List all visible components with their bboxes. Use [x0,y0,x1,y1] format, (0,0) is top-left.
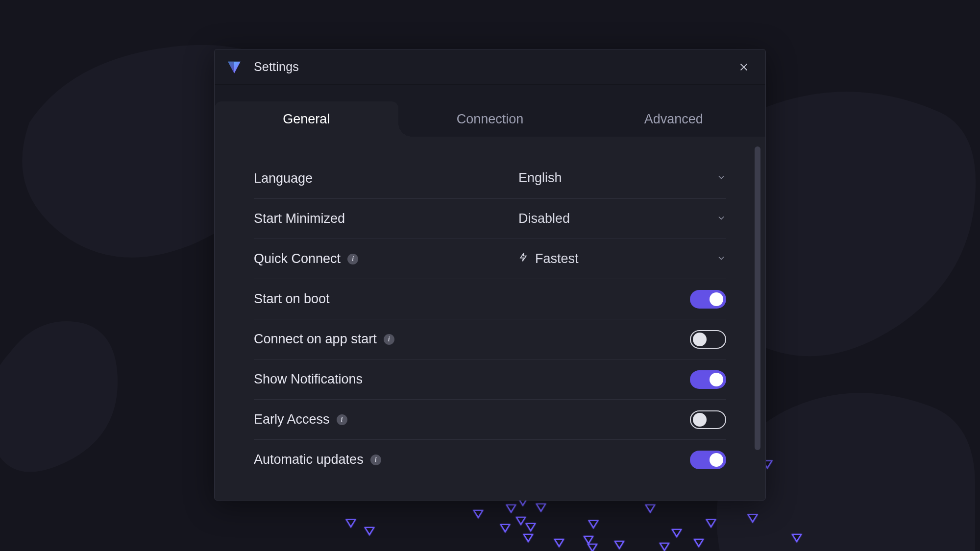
row-start-minimized: Start Minimized Disabled [254,198,726,239]
tab-connection[interactable]: Connection [398,101,582,137]
toggle-early-access[interactable] [690,410,726,429]
info-icon[interactable]: i [384,334,394,345]
label-start-on-boot: Start on boot [254,291,330,307]
chevron-down-icon [716,211,726,226]
info-icon[interactable]: i [337,414,347,425]
tab-label: Connection [457,112,524,127]
row-connect-on-start: Connect on app start i [254,319,726,359]
label-language: Language [254,171,313,186]
row-language: Language English [254,158,726,198]
label-start-minimized: Start Minimized [254,211,345,226]
app-logo-icon [225,58,243,76]
label-automatic-updates: Automatic updates [254,452,364,467]
close-icon [738,62,749,72]
tab-label: Advanced [644,112,703,127]
row-early-access: Early Access i [254,399,726,439]
titlebar: Settings [215,49,765,85]
chevron-down-icon [716,251,726,266]
toggle-connect-on-start[interactable] [690,330,726,349]
tab-general[interactable]: General [215,101,398,137]
label-connect-on-start: Connect on app start [254,332,377,347]
label-quick-connect: Quick Connect [254,251,341,266]
tabstrip: General Connection Advanced [215,85,765,137]
scrollbar[interactable] [755,146,760,450]
toggle-show-notifications[interactable] [690,370,726,389]
settings-modal: Settings General Connection Advanced Lan… [214,49,766,501]
tab-label: General [283,112,330,127]
toggle-start-on-boot[interactable] [690,290,726,309]
label-show-notifications: Show Notifications [254,372,363,387]
chevron-down-icon [716,170,726,186]
toggle-automatic-updates[interactable] [690,451,726,469]
value-quick-connect: Fastest [535,251,579,266]
dropdown-start-minimized[interactable]: Disabled [518,211,726,227]
row-start-on-boot: Start on boot [254,279,726,319]
dropdown-language[interactable]: English [518,170,726,186]
info-icon[interactable]: i [370,455,381,465]
row-show-notifications: Show Notifications [254,359,726,399]
tab-advanced[interactable]: Advanced [582,101,765,137]
close-button[interactable] [735,58,753,76]
dropdown-quick-connect[interactable]: Fastest [518,251,726,267]
settings-content: Language English Start Minimized Disable… [215,137,765,500]
scrollbar-thumb[interactable] [755,146,760,450]
label-early-access: Early Access [254,412,330,427]
value-start-minimized: Disabled [518,211,570,226]
bolt-icon [518,251,528,266]
row-quick-connect: Quick Connect i Fastest [254,239,726,279]
row-automatic-updates: Automatic updates i [254,439,726,479]
value-language: English [518,170,562,186]
info-icon[interactable]: i [347,254,358,264]
window-title: Settings [254,60,299,74]
